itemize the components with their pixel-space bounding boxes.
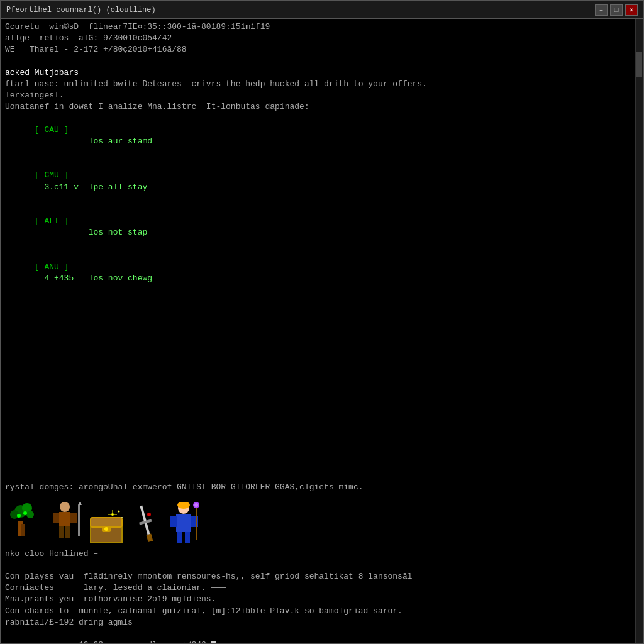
- terminal-line-alt: [ ALT ] los not stap: [5, 204, 639, 250]
- title-bar: Pfeortlhel counnarl() (oloutline) – □ ✕: [1, 1, 643, 19]
- minimize-button[interactable]: –: [595, 4, 608, 16]
- line-text: ftarl nase: unlimited bwite Deteares cri…: [5, 79, 427, 89]
- line-text: Gcuretu win©sD flinear7IE¤:35::300-1ã-80…: [5, 22, 270, 31]
- line-text: allge retios alG: 9/30010c054/42: [5, 33, 172, 43]
- terminal-line: nko cloo Honlined –: [5, 548, 639, 560]
- maximize-button[interactable]: □: [610, 4, 623, 16]
- svg-point-3: [26, 511, 34, 518]
- terminal-line: Con chards to munnle, calnamal guiziral,…: [5, 606, 639, 617]
- svg-rect-32: [176, 514, 191, 532]
- terminal-line: Uonatanef in dowat I analize Mna.listrc …: [5, 101, 639, 113]
- svg-rect-17: [91, 518, 122, 527]
- line-text: nko cloo Honlined –: [5, 549, 98, 558]
- bracket: [ CMU ]: [35, 170, 69, 180]
- terminal-line: acked Mutjobars: [5, 67, 639, 79]
- svg-rect-13: [65, 526, 70, 538]
- svg-point-39: [194, 503, 198, 507]
- terminal-line: [5, 560, 639, 571]
- sprite-chest: [87, 508, 125, 546]
- blank-area: [5, 296, 639, 482]
- window-controls: – □ ✕: [595, 4, 638, 16]
- terminal-line: Con playss vau flãdinrely mmontom rensou…: [5, 571, 639, 582]
- line-text: 4 +435 los nov chewg: [35, 274, 152, 283]
- sprite-row: [5, 496, 639, 546]
- svg-point-20: [111, 513, 114, 516]
- terminal-line: rabnital/£-192 dring agmls: [5, 617, 639, 628]
- terminal-line-cau: [ CAU ] los aur stamd: [5, 113, 639, 159]
- terminal-line: Corniactes lary. lesedd a claioniar. ———: [5, 582, 639, 594]
- scrollbar[interactable]: [635, 19, 643, 643]
- svg-rect-36: [185, 532, 190, 543]
- svg-rect-28: [147, 533, 153, 542]
- line-text: Con playss vau flãdinrely mmontom rensou…: [5, 572, 413, 581]
- svg-point-6: [17, 514, 21, 518]
- terminal-line: allge retios alG: 9/30010c054/42: [5, 33, 639, 44]
- svg-rect-10: [53, 513, 59, 523]
- line-text: Corniactes lary. lesedd a claioniar. ———: [5, 583, 226, 592]
- window-title: Pfeortlhel counnarl() (oloutline): [6, 6, 156, 14]
- svg-rect-33: [170, 516, 177, 527]
- line-text: Mna.prants yeu rothorvanise 2o19 mgldien…: [5, 594, 216, 604]
- line-text: Uonatanef in dowat I analize Mna.listrc …: [5, 102, 309, 111]
- svg-rect-9: [59, 512, 70, 526]
- line-text: los aur stamd: [35, 136, 152, 146]
- svg-rect-12: [59, 526, 64, 538]
- terminal-line: Gcuretu win©sD flinear7IE¤:35::300-1ã-80…: [5, 21, 639, 33]
- svg-point-22: [121, 517, 123, 518]
- terminal-line: [5, 56, 639, 67]
- close-button[interactable]: ✕: [625, 4, 638, 16]
- line-text: lerxaingesl.: [5, 91, 64, 100]
- line-text: rystal domges: aromgoUhal exmwerof GNTIS…: [5, 482, 364, 492]
- sprite-plant: [5, 502, 43, 546]
- line-text: los not stap: [35, 228, 147, 237]
- terminal-line-crystal: rystal domges: aromgoUhal exmwerof GNTIS…: [5, 482, 639, 493]
- scrollbar-thumb[interactable]: [636, 52, 642, 77]
- svg-point-7: [23, 511, 27, 515]
- terminal-content: Gcuretu win©sD flinear7IE¤:35::300-1ã-80…: [1, 19, 643, 643]
- sprite-warrior: [48, 502, 82, 546]
- svg-point-29: [147, 513, 151, 516]
- svg-rect-37: [196, 505, 197, 540]
- terminal-line: WE Tharel - 2-172 +/80ç2010+416ã/88: [5, 44, 639, 55]
- line-text: Con chards to munnle, calnamal guiziral,…: [5, 606, 402, 616]
- svg-rect-5: [21, 524, 25, 536]
- svg-marker-15: [78, 502, 82, 505]
- sprite-mage: [167, 502, 201, 546]
- terminal-line-cmu: [ CMU ] 3.c11 v lpe all stay: [5, 158, 639, 204]
- line-text: acked Mutjobars: [5, 68, 79, 77]
- terminal-line: ftarl nase: unlimited bwite Deteares cri…: [5, 79, 639, 90]
- svg-rect-14: [78, 505, 80, 536]
- svg-point-19: [104, 527, 108, 531]
- svg-point-21: [118, 510, 120, 512]
- bracket: [ ANU ]: [35, 262, 69, 272]
- sprite-sword: [130, 502, 162, 546]
- terminal-line-last: gmms: 10.23, rmordl. +/242: [5, 628, 639, 643]
- window-frame: Pfeortlhel counnarl() (oloutline) – □ ✕ …: [0, 0, 644, 644]
- line-text: gmms: 10.23, rmordl. +/242: [35, 640, 211, 643]
- line-text: 3.c11 v lpe all stay: [35, 182, 147, 192]
- terminal-line: Mna.prants yeu rothorvanise 2o19 mgldien…: [5, 594, 639, 605]
- svg-rect-11: [70, 513, 77, 523]
- line-text: rabnital/£-192 dring agmls: [5, 618, 133, 627]
- line-text: WE Tharel - 2-172 +/80ç2010+416ã/88: [5, 45, 187, 54]
- svg-point-8: [60, 502, 70, 512]
- terminal-cursor: [211, 641, 216, 643]
- terminal-line: lerxaingesl.: [5, 90, 639, 101]
- svg-rect-35: [177, 532, 182, 543]
- bracket: [ ALT ]: [35, 216, 69, 226]
- bracket: [ CAU ]: [35, 125, 69, 135]
- terminal-line-anu: [ ANU ] 4 +435 los nov chewg: [5, 250, 639, 296]
